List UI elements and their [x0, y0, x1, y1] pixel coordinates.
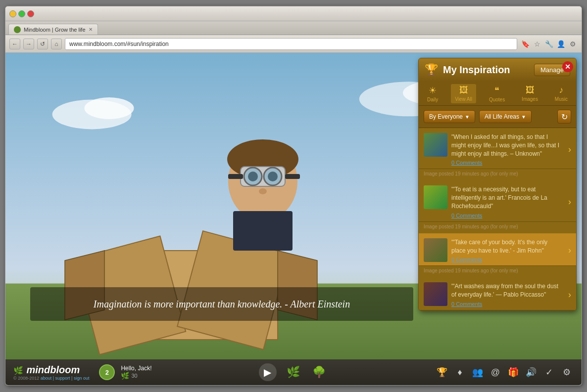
star-icon[interactable]: ☆ [532, 39, 542, 49]
inspiration-item-4[interactable]: "'Art washes away from the soul the dust… [419, 277, 576, 310]
inspiration-panel: ✕ 🏆 My Inspiration Manage ☀ Daily 🖼 View [418, 58, 577, 311]
inspiration-item-2[interactable]: "'To eat is a necessity, but to eat inte… [419, 180, 576, 221]
minimize-button[interactable] [9, 10, 16, 17]
item-1-thumbnail [424, 133, 447, 157]
daily-label: Daily [427, 97, 438, 102]
tab-label: Mindbloom | Grow the life [24, 27, 86, 33]
item-2-meta: Image posted 19 minutes ago (for only me… [419, 224, 576, 229]
user-points: 30 [131, 373, 137, 379]
music-icon: ♪ [559, 85, 563, 95]
address-bar[interactable]: www.mindbloom.com/#sun/inspiration [65, 38, 517, 50]
all-life-areas-dropdown[interactable]: All Life Areas ▼ [479, 110, 532, 123]
inspiration-item-3[interactable]: "'Take care of your body. It's the only … [419, 233, 576, 266]
svg-rect-21 [233, 211, 293, 251]
people-icon[interactable]: 👥 [471, 365, 485, 379]
logo-leaf-icon: 🌿 [13, 366, 23, 375]
panel-content: "When I asked for all things, so that I … [419, 128, 576, 310]
nav-music[interactable]: ♪ Music [551, 84, 572, 103]
svg-point-20 [259, 188, 267, 194]
play-button[interactable]: ▶ [259, 363, 277, 381]
diamond-icon[interactable]: ♦ [453, 365, 467, 379]
title-bar-controls [9, 10, 34, 17]
nav-right-icons: 🔖 ☆ 🔧 👤 ⚙ [520, 39, 578, 49]
item-2-comments[interactable]: 0 Comments [451, 213, 562, 218]
bookmark-icon[interactable]: 🔖 [520, 39, 530, 49]
by-everyone-arrow: ▼ [465, 114, 470, 120]
leaf-button[interactable]: 🌿 [285, 363, 302, 381]
item-2-quote: "'To eat is a necessity, but to eat inte… [451, 185, 562, 210]
wrench-icon[interactable]: 🔧 [544, 39, 554, 49]
inspiration-item-1[interactable]: "When I asked for all things, so that I … [419, 128, 576, 169]
svg-point-11 [228, 142, 297, 221]
item-4-comments[interactable]: 0 Comments [451, 301, 562, 307]
item-4-quote: "'Art washes away from the soul the dust… [451, 282, 562, 299]
item-1-arrow-icon: › [568, 144, 571, 155]
item-1-quote: "When I asked for all things, so that I … [451, 133, 562, 158]
tab-favicon [14, 26, 21, 33]
view-all-label: View All [455, 96, 472, 102]
reload-button[interactable]: ↺ [37, 39, 48, 49]
user-greeting: Hello, Jack! [121, 365, 151, 372]
svg-point-18 [248, 172, 258, 181]
nav-quotes[interactable]: ❝ Quotes [485, 84, 509, 103]
logo-links[interactable]: about | support | sign out [41, 376, 90, 381]
svg-rect-17 [285, 174, 300, 179]
svg-point-19 [268, 172, 278, 181]
svg-rect-16 [228, 174, 243, 179]
active-tab[interactable]: Mindbloom | Grow the life ✕ [8, 24, 98, 35]
logo-brand: mindbloom [26, 364, 80, 375]
quotes-icon: ❝ [494, 85, 499, 96]
panel-title: My Inspiration [443, 64, 529, 76]
logo-area: 🌿 mindbloom © 2008-2012 about | support … [13, 364, 89, 381]
images-icon: 🖼 [526, 85, 535, 95]
trophy-icon[interactable]: 🏆 [435, 365, 449, 379]
by-everyone-label: By Everyone [429, 113, 463, 120]
url-text: www.mindbloom.com/#sun/inspiration [69, 41, 169, 47]
forward-button[interactable]: → [23, 39, 34, 49]
nav-images[interactable]: 🖼 Images [518, 84, 542, 103]
nav-daily[interactable]: ☀ Daily [423, 84, 442, 103]
item-1-comments[interactable]: 0 Comments [451, 160, 562, 166]
gift-icon[interactable]: 🎁 [506, 365, 520, 379]
item-3-quote: "'Take care of your body. It's the only … [451, 238, 562, 255]
tab-close-icon[interactable]: ✕ [89, 27, 93, 32]
back-button[interactable]: ← [9, 39, 20, 49]
item-3-thumbnail [424, 238, 447, 262]
by-everyone-dropdown[interactable]: By Everyone ▼ [424, 110, 475, 123]
item-3-arrow-icon: › [568, 245, 571, 256]
nav-bar: ← → ↺ ⌂ www.mindbloom.com/#sun/inspirati… [5, 35, 582, 53]
item-4-arrow-icon: › [568, 290, 571, 300]
gear-icon[interactable]: ⚙ [560, 365, 574, 379]
refresh-button[interactable]: ↻ [557, 110, 571, 124]
home-button[interactable]: ⌂ [51, 39, 62, 49]
svg-point-3 [85, 97, 134, 119]
all-life-areas-arrow: ▼ [521, 114, 526, 120]
tab-bar: Mindbloom | Grow the life ✕ [5, 21, 582, 35]
item-3-comments[interactable]: 0 Comments [451, 257, 562, 262]
item-2-body: "'To eat is a necessity, but to eat inte… [451, 185, 562, 218]
check-icon[interactable]: ✓ [542, 365, 556, 379]
item-2-thumbnail [424, 185, 447, 209]
item-4-thumbnail [424, 282, 447, 306]
logo-text: 🌿 mindbloom [13, 364, 89, 376]
panel-filters: By Everyone ▼ All Life Areas ▼ ↻ [419, 106, 576, 128]
nav-view-all[interactable]: 🖼 View All [451, 84, 476, 103]
panel-close-button[interactable]: ✕ [562, 61, 573, 72]
volume-icon[interactable]: 🔊 [524, 365, 538, 379]
close-button[interactable] [27, 10, 34, 17]
tree-button[interactable]: 🌳 [310, 363, 328, 381]
taskbar-center-icons: ▶ 🌿 🌳 [259, 363, 328, 381]
svg-point-2 [52, 99, 132, 129]
view-all-icon: 🖼 [459, 85, 468, 95]
user-icon[interactable]: 👤 [556, 39, 566, 49]
quote-overlay: Imagination is more important than knowl… [30, 287, 413, 321]
item-1-meta: Image posted 19 minutes ago (for only me… [419, 171, 576, 176]
item-3-body: "'Take care of your body. It's the only … [451, 238, 562, 263]
taskbar-right-icons: 🏆 ♦ 👥 @ 🎁 🔊 ✓ ⚙ [435, 365, 574, 379]
quotes-label: Quotes [489, 97, 505, 102]
content-area: Imagination is more important than knowl… [5, 53, 582, 360]
at-icon[interactable]: @ [489, 365, 502, 379]
maximize-button[interactable] [18, 10, 25, 17]
item-3-meta: Image posted 19 minutes ago (for only me… [419, 268, 576, 273]
settings-icon[interactable]: ⚙ [568, 39, 578, 49]
